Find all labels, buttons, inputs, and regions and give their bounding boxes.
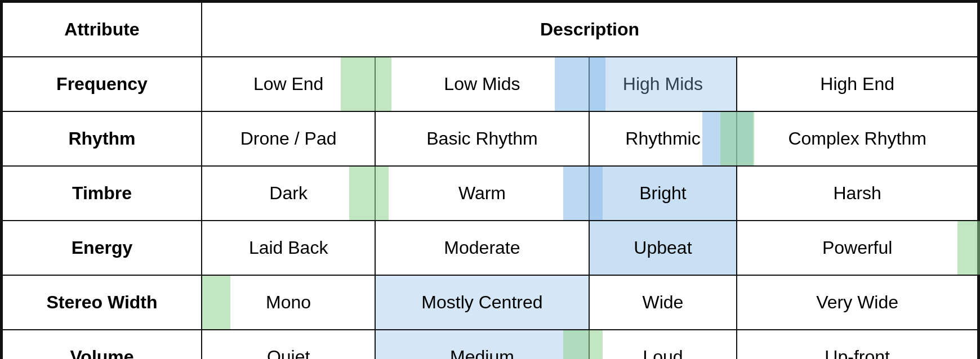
header-attribute: Attribute	[2, 2, 202, 57]
cell-stereo-1: Mono	[202, 275, 375, 330]
cell-volume-1: Quiet	[202, 330, 375, 359]
cell-rhythm-3: Rhythmic	[589, 111, 737, 166]
row-stereo-width: Stereo Width Mono Mostly Centred Wide Ve…	[2, 275, 978, 330]
cell-frequency-4: High End	[737, 57, 978, 111]
cell-stereo-4: Very Wide	[737, 275, 978, 330]
cell-timbre-1: Dark	[202, 166, 375, 221]
header-description: Description	[202, 2, 978, 57]
cell-rhythm-1: Drone / Pad	[202, 111, 375, 166]
attr-rhythm: Rhythm	[2, 111, 202, 166]
cell-energy-4: Powerful	[737, 221, 978, 275]
attr-volume: Volume	[2, 330, 202, 359]
main-table-wrapper: Attribute Description Frequency Low End …	[0, 0, 980, 359]
cell-frequency-3: High Mids	[589, 57, 737, 111]
attr-frequency: Frequency	[2, 57, 202, 111]
row-frequency: Frequency Low End Low Mids High Mids Hig…	[2, 57, 978, 111]
attr-stereo-width: Stereo Width	[2, 275, 202, 330]
row-volume: Volume Quiet Medium Loud Up-front	[2, 330, 978, 359]
cell-energy-2: Moderate	[375, 221, 589, 275]
cell-rhythm-4: Complex Rhythm	[737, 111, 978, 166]
cell-frequency-2: Low Mids	[375, 57, 589, 111]
cell-frequency-1: Low End	[202, 57, 375, 111]
cell-volume-2: Medium	[375, 330, 589, 359]
attr-energy: Energy	[2, 221, 202, 275]
cell-timbre-2: Warm	[375, 166, 589, 221]
cell-volume-3: Loud	[589, 330, 737, 359]
row-rhythm: Rhythm Drone / Pad Basic Rhythm Rhythmic…	[2, 111, 978, 166]
cell-energy-1: Laid Back	[202, 221, 375, 275]
cell-stereo-3: Wide	[589, 275, 737, 330]
row-energy: Energy Laid Back Moderate Upbeat Powerfu…	[2, 221, 978, 275]
cell-timbre-3: Bright	[589, 166, 737, 221]
cell-rhythm-2: Basic Rhythm	[375, 111, 589, 166]
cell-energy-3: Upbeat	[589, 221, 737, 275]
cell-volume-4: Up-front	[737, 330, 978, 359]
cell-stereo-2: Mostly Centred	[375, 275, 589, 330]
attr-timbre: Timbre	[2, 166, 202, 221]
cell-timbre-4: Harsh	[737, 166, 978, 221]
attributes-table: Attribute Description Frequency Low End …	[2, 2, 978, 359]
row-timbre: Timbre Dark Warm Bright Harsh	[2, 166, 978, 221]
